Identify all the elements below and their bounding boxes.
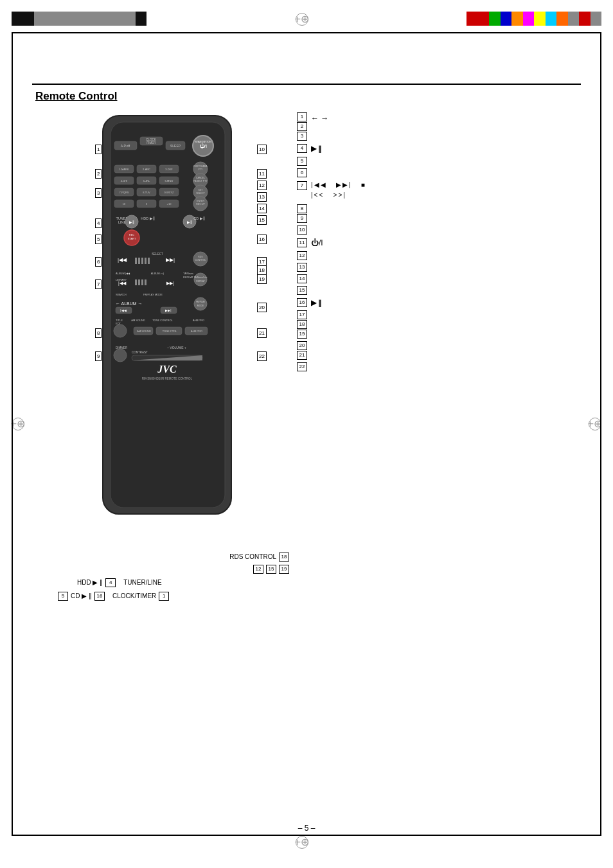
svg-text:REJECT PTY: REJECT PTY — [193, 180, 208, 182]
svg-text:SEARCH: SEARCH — [116, 293, 127, 296]
desc-num-11: 11 — [297, 238, 307, 247]
svg-text:TONE CTRL: TONE CTRL — [163, 330, 177, 333]
svg-rect-80 — [145, 279, 147, 285]
bottom-captions: RDS CONTROL 18 12 15 19 HDD ▶ ‖ 4 TUNER/… — [58, 551, 302, 604]
label-1: 1 — [95, 145, 102, 154]
svg-text:TONE CONTROL: TONE CONTROL — [152, 319, 173, 322]
desc-text-11: ⏻/I — [311, 237, 323, 249]
svg-text:TA/News: TA/News — [183, 272, 193, 275]
desc-num-13: 13 — [297, 263, 307, 272]
label-21: 21 — [257, 328, 267, 338]
label-4: 4 — [95, 218, 102, 228]
svg-text:2-ABC: 2-ABC — [143, 168, 150, 171]
svg-text:AM SOUND: AM SOUND — [131, 319, 145, 322]
svg-rect-62 — [135, 258, 137, 264]
svg-point-91 — [194, 297, 207, 310]
svg-point-99 — [114, 324, 127, 337]
right-descriptions: 1 2 3 ← → 4 ▶ ‖ 5 6 7 |◀◀ ▶▶| ■ |<< >>| … — [297, 112, 594, 374]
svg-text:AHB PRO: AHB PRO — [193, 319, 204, 322]
rds-sub-12: 12 — [253, 565, 263, 574]
svg-text:|◀◀: |◀◀ — [118, 281, 127, 286]
desc-text-4: ▶ ‖ — [311, 143, 322, 154]
svg-text:RDS: RDS — [198, 256, 203, 258]
desc-num-6: 6 — [297, 168, 307, 177]
hdd-play-label: HDD ▶ ‖ — [77, 577, 103, 589]
svg-text:9-WXYZ: 9-WXYZ — [164, 191, 174, 194]
svg-text:RDS 3/P: RDS 3/P — [196, 203, 205, 206]
rds-caption: RDS CONTROL 18 — [58, 551, 302, 563]
svg-text:▶‖: ▶‖ — [187, 220, 192, 224]
svg-text:SELECT: SELECT — [196, 192, 205, 195]
svg-text:3-DEF: 3-DEF — [165, 168, 173, 171]
svg-text:10: 10 — [123, 202, 126, 206]
svg-text:FM/PLAY MODE: FM/PLAY MODE — [143, 293, 163, 296]
svg-rect-66 — [148, 258, 150, 264]
label-10: 10 — [257, 145, 267, 154]
crosshair-right: ⊕ — [589, 418, 601, 430]
hdd-num-4: 4 — [105, 578, 116, 587]
desc-num-18: 18 — [297, 320, 307, 329]
svg-rect-65 — [145, 258, 147, 264]
svg-text:AHB PRO: AHB PRO — [191, 330, 202, 333]
svg-text:▶‖: ▶‖ — [129, 220, 134, 224]
svg-rect-64 — [141, 258, 143, 264]
label-22: 22 — [257, 351, 267, 361]
svg-rect-78 — [138, 279, 140, 285]
svg-text:▶▶|: ▶▶| — [166, 281, 174, 286]
svg-text:PTY: PTY — [199, 168, 203, 171]
label-8: 8 — [95, 328, 102, 338]
svg-text:AM SOUND: AM SOUND — [137, 330, 151, 333]
page-title: Remote Control — [35, 90, 118, 103]
svg-text:SLEEP: SLEEP — [170, 144, 181, 148]
svg-text:▶▶|: ▶▶| — [166, 257, 175, 263]
cd-caption: 5 CD ▶ ‖ 16 CLOCK/TIMER 1 — [58, 590, 302, 602]
label-19: 19 — [257, 274, 267, 284]
crosshair-top: ⊕ — [296, 13, 308, 26]
svg-text:4-GHI: 4-GHI — [121, 179, 128, 182]
svg-text:/TIMER: /TIMER — [146, 141, 156, 145]
desc-num-3: 3 — [297, 132, 307, 141]
svg-text:JVC: JVC — [157, 364, 177, 375]
svg-text:TA/News/Info: TA/News/Info — [194, 276, 208, 279]
page-number: – 5 – — [298, 824, 315, 833]
border-top — [12, 32, 601, 33]
label-9: 9 — [95, 351, 102, 361]
desc-num-22: 22 — [297, 362, 307, 371]
desc-num-21: 21 — [297, 351, 307, 360]
svg-text:+10: +10 — [167, 202, 172, 206]
desc-num-17: 17 — [297, 310, 307, 319]
svg-text:REPEAT: REPEAT — [183, 276, 193, 279]
svg-text:SET: SET — [199, 189, 204, 191]
svg-point-81 — [194, 273, 207, 286]
desc-num-15: 15 — [297, 286, 307, 295]
svg-text:6-MNO: 6-MNO — [165, 179, 173, 182]
crosshair-bottom: ⊕ — [296, 836, 308, 849]
label-15: 15 — [257, 215, 267, 225]
crosshair-left: ⊕ — [12, 418, 24, 430]
rds-num-18: 18 — [279, 553, 289, 562]
desc-text-16: ▶ ‖ — [311, 297, 322, 308]
label-14: 14 — [257, 204, 267, 213]
desc-num-9: 9 — [297, 214, 307, 223]
section-header-line — [32, 84, 581, 85]
border-bottom — [12, 835, 601, 836]
svg-text:A.P.off: A.P.off — [121, 144, 130, 148]
desc-num-20: 20 — [297, 341, 307, 350]
desc-num-1: 1 — [297, 112, 307, 121]
label-7: 7 — [95, 279, 102, 289]
svg-text:7-PQRS: 7-PQRS — [120, 191, 129, 194]
desc-num-7: 7 — [297, 181, 307, 190]
desc-text-1-2-3: ← → — [311, 114, 328, 124]
svg-text:ALBUM |◀◀: ALBUM |◀◀ — [116, 272, 130, 275]
label-2: 2 — [95, 169, 102, 179]
label-16: 16 — [257, 235, 267, 244]
svg-text:← ALBUM →: ← ALBUM → — [116, 301, 143, 306]
top-bar-right — [466, 12, 601, 26]
svg-text:8-TUV: 8-TUV — [143, 191, 150, 194]
clock-num-1: 1 — [159, 592, 169, 601]
label-5: 5 — [95, 235, 102, 244]
desc-num-12: 12 — [297, 251, 307, 260]
svg-text:HDD ▶‖: HDD ▶‖ — [141, 217, 154, 220]
hdd-caption: HDD ▶ ‖ 4 TUNER/LINE — [58, 577, 302, 589]
svg-text:|◀◀: |◀◀ — [118, 257, 127, 263]
